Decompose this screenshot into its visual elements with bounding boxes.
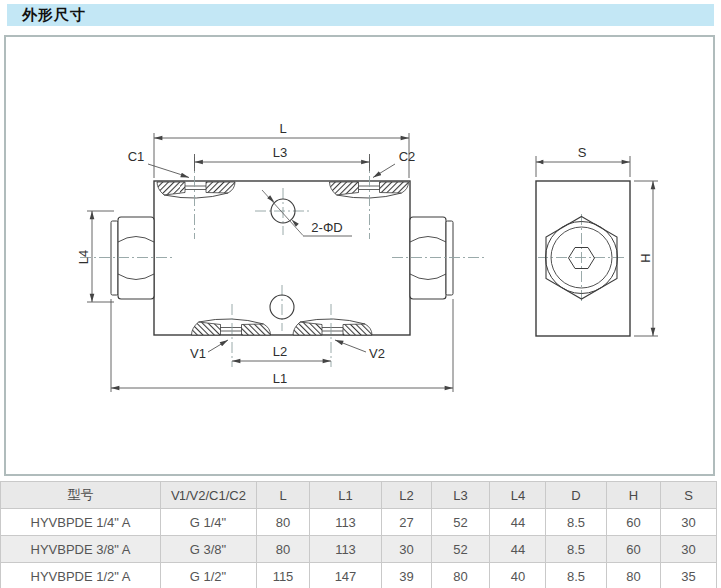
cell-l2: 39 (382, 563, 432, 588)
cell-l4: 44 (490, 509, 546, 536)
cell-l3: 52 (432, 536, 490, 563)
cell-l3: 80 (432, 563, 490, 588)
holes-note-label: 2-ΦD (311, 220, 342, 235)
dim-label-l2: L2 (273, 344, 287, 359)
cell-h: 60 (607, 509, 661, 536)
cell-l: 80 (257, 509, 310, 536)
cell-l1: 113 (310, 536, 382, 563)
dim-label-l: L (279, 121, 286, 136)
cell-l1: 113 (310, 509, 382, 536)
col-header-model: 型号 (1, 482, 161, 509)
col-header-l: L (257, 482, 310, 509)
dim-label-l1: L1 (273, 371, 287, 386)
dim-label-l3: L3 (273, 146, 287, 160)
cell-l2: 27 (382, 509, 432, 536)
left-plug-cap (111, 221, 118, 295)
valve-bodies (111, 181, 630, 336)
cell-model: HYVBPDE 1/4" A (1, 509, 161, 536)
technical-drawing: L L3 L4 L2 L1 C1 C2 V1 V2 2-ΦD S H (0, 0, 721, 478)
cell-s: 30 (661, 509, 717, 536)
cell-ports: G 1/2" (161, 563, 257, 588)
right-plug-cap (446, 221, 453, 295)
cell-s: 30 (661, 536, 717, 563)
cell-model: HYVBPDE 1/2" A (1, 563, 161, 588)
cell-l4: 40 (490, 563, 546, 588)
table-header-row: 型号 V1/V2/C1/C2 L L1 L2 L3 L4 D H S (1, 482, 717, 509)
cell-d: 8.5 (546, 536, 607, 563)
cell-l2: 30 (382, 536, 432, 563)
cell-l4: 44 (490, 536, 546, 563)
dimension-table: 型号 V1/V2/C1/C2 L L1 L2 L3 L4 D H S HYVBP… (0, 481, 717, 588)
port-label-c2: C2 (399, 149, 416, 164)
cell-d: 8.5 (546, 509, 607, 536)
col-header-l2: L2 (382, 482, 432, 509)
col-header-s: S (661, 482, 717, 509)
col-header-l3: L3 (432, 482, 490, 509)
col-header-l1: L1 (310, 482, 382, 509)
port-label-v1: V1 (190, 346, 206, 361)
table-row: HYVBPDE 1/2" A G 1/2" 115 147 39 80 40 8… (1, 563, 717, 588)
col-header-l4: L4 (490, 482, 546, 509)
cell-s: 35 (661, 563, 717, 588)
front-body (154, 181, 410, 335)
left-hex-plug (118, 217, 154, 299)
col-header-h: H (607, 482, 661, 509)
cell-model: HYVBPDE 3/8" A (1, 536, 161, 563)
cell-l1: 147 (310, 563, 382, 588)
cell-ports: G 3/8" (161, 536, 257, 563)
cell-l: 115 (257, 563, 310, 588)
table-row: HYVBPDE 1/4" A G 1/4" 80 113 27 52 44 8.… (1, 509, 717, 536)
cell-h: 80 (607, 563, 661, 588)
cell-ports: G 1/4" (161, 509, 257, 536)
cell-h: 60 (607, 536, 661, 563)
dim-label-s: S (578, 146, 587, 160)
table-row: HYVBPDE 3/8" A G 3/8" 80 113 30 52 44 8.… (1, 536, 717, 563)
side-body (536, 181, 630, 336)
cell-l: 80 (257, 536, 310, 563)
dim-label-l4: L4 (76, 250, 91, 264)
datasheet-page: 外形尺寸 (0, 0, 721, 588)
dim-label-h: H (638, 253, 653, 262)
cell-d: 8.5 (546, 563, 607, 588)
port-label-c1: C1 (128, 149, 145, 164)
col-header-d: D (546, 482, 607, 509)
col-header-ports: V1/V2/C1/C2 (161, 482, 257, 509)
cell-l3: 52 (432, 509, 490, 536)
port-label-v2: V2 (369, 346, 385, 361)
right-hex-plug (410, 217, 446, 299)
